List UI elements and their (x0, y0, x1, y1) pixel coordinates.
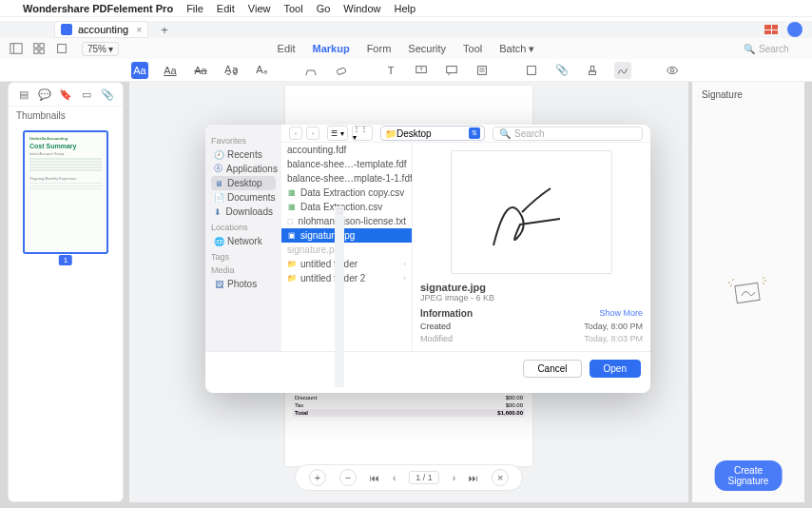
tab-security[interactable]: Security (408, 43, 446, 55)
new-tab-button[interactable]: + (161, 23, 168, 37)
tags-group: Tags (211, 252, 276, 262)
fields-icon[interactable]: ▭ (81, 88, 92, 100)
hide-annotations-icon[interactable] (664, 62, 681, 79)
nav-forward-icon[interactable]: › (306, 127, 319, 140)
menu-view[interactable]: View (248, 3, 271, 14)
view-columns-icon[interactable]: ☰ ▾ (327, 126, 348, 141)
stamp-tool-icon[interactable] (584, 62, 601, 79)
first-page-icon[interactable]: ⏮ (370, 473, 379, 483)
file-row[interactable]: ◻balance-shee…-template.fdf (281, 157, 412, 171)
tab-batch[interactable]: Batch ▾ (499, 43, 534, 55)
app-name[interactable]: Wondershare PDFelement Pro (23, 3, 173, 14)
file-row[interactable]: ◻signature.pdf (281, 243, 412, 257)
menu-help[interactable]: Help (394, 3, 416, 14)
pencil-tool-icon[interactable] (302, 62, 319, 79)
file-row-selected[interactable]: ▣signature.jpg (281, 228, 412, 243)
show-more-link[interactable]: Show More (599, 308, 643, 319)
file-row[interactable]: ▦Data Extraction copy.csv (281, 186, 412, 200)
highlight-tool-icon[interactable]: Aa (131, 62, 148, 79)
sticky-note-icon[interactable] (474, 62, 491, 79)
file-row[interactable]: 📁untitled folder 2› (281, 271, 412, 285)
view-options-icon[interactable]: ⋮⋮ ▾ (352, 126, 373, 141)
svg-point-18 (670, 68, 674, 72)
svg-text:T: T (419, 65, 423, 71)
sidebar-downloads[interactable]: ⬇Downloads (211, 205, 276, 219)
create-signature-button[interactable]: Create Signature (715, 460, 783, 491)
file-list[interactable]: ◻accounting.fdf ◻balance-shee…-template.… (281, 143, 413, 351)
comments-icon[interactable]: 💬 (39, 88, 50, 100)
network-icon: 🌐 (214, 237, 223, 246)
chevron-right-icon: › (403, 274, 406, 283)
sidebar-photos[interactable]: 🖼Photos (211, 277, 276, 291)
zoom-out-icon[interactable]: − (339, 469, 357, 486)
apps-folder-icon: Ⓐ (214, 165, 222, 174)
svg-rect-16 (590, 66, 594, 70)
close-tab-icon[interactable]: × (136, 25, 142, 35)
user-avatar[interactable] (787, 22, 802, 37)
open-button[interactable]: Open (590, 360, 641, 378)
preview-filetype: JPEG image - 6 KB (420, 293, 643, 303)
sidebar-applications[interactable]: ⒶApplications (211, 162, 276, 176)
eraser-tool-icon[interactable] (333, 62, 350, 79)
signature-tool-icon[interactable] (614, 62, 631, 79)
markup-toolbar: Aa Aa Aa A̰a̰ Aₐ T T 📎 (0, 59, 812, 82)
page-current[interactable]: 1 (416, 473, 420, 482)
menu-edit[interactable]: Edit (217, 3, 235, 14)
file-row[interactable]: ◻nlohmann-json-license.txt (281, 214, 412, 228)
file-row[interactable]: 📁untitled folder› (281, 257, 412, 271)
bookmark-icon[interactable]: 🔖 (60, 88, 71, 100)
csv-icon: ▦ (287, 188, 297, 197)
underline-tool-icon[interactable]: Aa (162, 62, 179, 79)
prev-page-icon[interactable]: ‹ (393, 473, 396, 483)
attachments-icon[interactable]: 📎 (102, 88, 113, 100)
location-dropdown[interactable]: 📁 Desktop ⇅ (380, 126, 485, 141)
next-page-icon[interactable]: › (453, 473, 455, 483)
sidebar-documents[interactable]: 📄Documents (211, 190, 276, 205)
close-pager-icon[interactable]: × (492, 469, 509, 486)
cancel-button[interactable]: Cancel (523, 360, 581, 378)
photos-icon: 🖼 (214, 280, 223, 289)
thumbnails-icon[interactable]: ▤ (18, 88, 29, 100)
attachment-tool-icon[interactable]: 📎 (553, 62, 570, 79)
squiggly-tool-icon[interactable]: A̰a̰ (222, 62, 240, 79)
search-icon: 🔍 (744, 44, 755, 54)
select-tool-icon[interactable] (55, 42, 68, 55)
shape-tool-icon[interactable] (523, 62, 540, 79)
svg-rect-3 (40, 44, 44, 48)
tab-edit[interactable]: Edit (278, 43, 296, 55)
sidebar-desktop[interactable]: 🖥Desktop (211, 176, 276, 190)
dialog-search[interactable]: 🔍 Search (493, 127, 643, 141)
file-row[interactable]: ▦Data Extraction.csv (281, 200, 412, 214)
view-toolbar: 75% ▾ Edit Markup Form Security Tool Bat… (0, 38, 812, 59)
hand-tool-icon[interactable] (32, 42, 46, 55)
page-thumbnail[interactable]: Umbrella Accounting Cost Summary Initial… (23, 130, 108, 254)
document-tab[interactable]: accounting × (55, 22, 147, 37)
tab-tool[interactable]: Tool (463, 43, 482, 55)
callout-tool-icon[interactable]: T (413, 62, 430, 79)
menu-go[interactable]: Go (317, 3, 331, 14)
documents-icon: 📄 (214, 193, 223, 203)
zoom-in-icon[interactable]: + (309, 469, 326, 486)
tab-markup[interactable]: Markup (313, 43, 350, 55)
search-box[interactable]: 🔍 Search (736, 42, 802, 56)
signature-panel: Signature Create Signature (692, 82, 804, 502)
note-tool-icon[interactable] (443, 62, 460, 79)
nav-back-icon[interactable]: ‹ (289, 127, 302, 140)
zoom-select[interactable]: 75% ▾ (82, 42, 119, 56)
textbox-tool-icon[interactable]: T (382, 62, 399, 79)
apps-icon[interactable] (764, 25, 778, 34)
thumbnails-label: Thumbnails (9, 107, 123, 125)
svg-rect-0 (10, 44, 22, 54)
file-row[interactable]: ◻accounting.fdf (281, 143, 412, 157)
menu-file[interactable]: File (186, 3, 203, 14)
menu-tool[interactable]: Tool (283, 3, 302, 14)
menu-window[interactable]: Window (343, 3, 380, 14)
tab-form[interactable]: Form (367, 43, 392, 55)
strikethrough-tool-icon[interactable]: Aa (192, 62, 209, 79)
file-row[interactable]: ◻balance-shee…mplate-1-1.fdf (281, 171, 412, 186)
last-page-icon[interactable]: ⏭ (469, 473, 478, 483)
caret-tool-icon[interactable]: Aₐ (253, 62, 270, 79)
sidebar-network[interactable]: 🌐Network (211, 234, 276, 248)
sidebar-recents[interactable]: 🕘Recents (211, 147, 276, 162)
sidebar-toggle-icon[interactable] (10, 42, 23, 55)
